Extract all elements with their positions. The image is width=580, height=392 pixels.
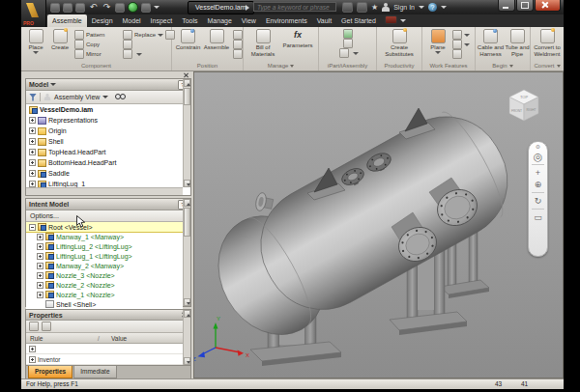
new-file-icon[interactable] xyxy=(50,3,60,13)
tree-item-tophead[interactable]: TopHead.HeadPart xyxy=(26,147,183,157)
expand-icon[interactable] xyxy=(29,356,36,363)
search-options-icon[interactable] xyxy=(342,2,353,13)
axis-button[interactable] xyxy=(450,30,470,40)
ucs-button[interactable] xyxy=(450,49,470,59)
assembly-view-selector[interactable]: Assembly View xyxy=(54,94,100,100)
scroll-up-icon[interactable] xyxy=(184,79,190,87)
group-label-begin[interactable]: Begin xyxy=(476,62,530,70)
group-label-productivity[interactable]: Productivity xyxy=(377,62,421,70)
close-button[interactable] xyxy=(535,0,561,12)
tab-tools[interactable]: Tools xyxy=(177,14,202,27)
create-button[interactable]: Create xyxy=(47,28,72,51)
return-icon[interactable] xyxy=(115,3,125,13)
expand-icon[interactable] xyxy=(29,138,36,145)
group-label-position[interactable]: Position xyxy=(172,62,243,70)
model-panel-header[interactable]: Model ? xyxy=(26,79,190,91)
tree-item-shell[interactable]: Shell xyxy=(26,136,183,147)
look-at-icon[interactable]: ▭ xyxy=(529,211,547,223)
scroll-down-icon[interactable] xyxy=(184,357,190,365)
tab-inspect[interactable]: Inspect xyxy=(146,14,178,27)
model-tree-hscrollbar[interactable] xyxy=(26,187,183,195)
column-rule[interactable]: Rule xyxy=(26,335,98,342)
tab-immediate[interactable]: Immediate xyxy=(73,366,116,378)
expand-icon[interactable] xyxy=(29,170,36,177)
sort-az-icon[interactable] xyxy=(42,322,51,331)
group-label-work-features[interactable]: Work Features xyxy=(422,62,475,70)
grid-snap-button[interactable] xyxy=(231,49,243,59)
tree-item-bottomhead[interactable]: BottomHead.HeadPart xyxy=(26,157,183,168)
cable-and-harness-button[interactable]: Cable and Harness xyxy=(477,28,505,57)
tree-item-root-vessel[interactable]: Root <Vessel> xyxy=(26,222,183,232)
tree-item-liftinglug2[interactable]: LiftingLug_2 <LiftingLug> xyxy=(26,241,183,251)
expand-icon[interactable] xyxy=(37,272,44,279)
free-move-button[interactable] xyxy=(231,30,243,40)
save-icon[interactable] xyxy=(75,3,85,13)
mirror-button[interactable]: Mirror xyxy=(72,49,121,59)
expand-icon[interactable] xyxy=(29,117,36,124)
tab-design[interactable]: Design xyxy=(87,14,118,27)
update-icon[interactable] xyxy=(128,2,138,13)
tube-and-pipe-button[interactable]: Tube and Pipe xyxy=(505,28,530,57)
expand-icon[interactable] xyxy=(29,127,36,134)
navigation-wheel-icon[interactable]: ◎ xyxy=(529,151,547,162)
pan-icon[interactable]: + xyxy=(529,167,547,179)
sign-in-button[interactable]: Sign In xyxy=(393,2,415,13)
tree-item-nozzle2[interactable]: Nozzle_2 <Nozzle> xyxy=(26,280,183,290)
minimize-button[interactable] xyxy=(498,0,515,12)
scroll-down-icon[interactable] xyxy=(184,180,190,187)
expand-icon[interactable] xyxy=(37,292,44,298)
navbar-settings-gear-icon[interactable]: ⚙ xyxy=(529,143,547,151)
assemble-button[interactable]: Assemble xyxy=(202,28,231,51)
group-label-component[interactable]: Component xyxy=(21,62,171,70)
open-file-icon[interactable] xyxy=(63,3,72,13)
intent-panel-header[interactable]: Intent Model ? xyxy=(26,199,190,210)
ribbon-options-dropdown-icon[interactable] xyxy=(400,19,406,22)
scroll-thumb[interactable] xyxy=(184,88,190,105)
expand-icon[interactable] xyxy=(29,149,36,155)
tools-icon[interactable] xyxy=(357,2,367,13)
tree-item-nozzle3[interactable]: Nozzle_3 <Nozzle> xyxy=(26,270,183,280)
expand-icon[interactable] xyxy=(37,243,44,250)
plane-button[interactable]: Plane xyxy=(425,28,450,54)
select-tool-icon[interactable] xyxy=(141,3,151,13)
parameters-button[interactable]: fx Parameters xyxy=(279,28,316,49)
ipart-author-button[interactable] xyxy=(341,29,355,39)
group-label-manage[interactable]: Manage xyxy=(244,62,318,70)
scroll-up-icon[interactable] xyxy=(184,310,190,318)
expand-icon[interactable] xyxy=(29,159,36,166)
tree-item-manway2[interactable]: Manway_2 <Manway> xyxy=(26,261,183,270)
point-button[interactable] xyxy=(450,40,470,49)
replace-button[interactable]: Replace xyxy=(121,30,167,40)
expand-icon[interactable] xyxy=(37,282,44,289)
expand-icon[interactable] xyxy=(37,234,44,240)
tab-properties[interactable]: Properties xyxy=(28,366,72,378)
tab-manage[interactable]: Manage xyxy=(203,14,237,27)
make-layout-button[interactable] xyxy=(121,49,167,59)
free-rotate-button[interactable] xyxy=(231,40,243,49)
options-link[interactable]: Options... xyxy=(26,210,190,222)
find-binoculars-icon[interactable] xyxy=(115,94,126,100)
bill-of-materials-button[interactable]: Bill of Materials xyxy=(246,28,279,57)
tree-item-representations[interactable]: Representations xyxy=(26,115,183,126)
properties-panel-header[interactable]: Properties xyxy=(26,310,190,321)
orbit-icon[interactable]: ↻ xyxy=(529,195,547,207)
viewport-3d[interactable]: TOP FRONT RIGHT Y X Z xyxy=(193,71,564,378)
tree-item-shell-intent[interactable]: Shell <Shell> xyxy=(26,299,183,309)
sign-in-dropdown-icon[interactable] xyxy=(419,6,424,9)
shrinkwrap-button[interactable] xyxy=(121,40,167,49)
edit-factory-scope-button[interactable] xyxy=(341,39,355,48)
scroll-up-icon[interactable] xyxy=(184,199,190,207)
document-tab[interactable]: VesselDemo.iam xyxy=(188,1,254,14)
qat-dropdown-icon[interactable] xyxy=(154,6,160,9)
favorites-star-icon[interactable]: ★ xyxy=(371,3,378,13)
tab-view[interactable]: View xyxy=(237,14,261,27)
place-button[interactable]: Place xyxy=(24,28,47,54)
expand-icon[interactable] xyxy=(29,346,36,352)
document-tab-arrow-icon[interactable] xyxy=(246,5,249,11)
inventor-logo[interactable]: PRO xyxy=(21,0,46,27)
tab-vault[interactable]: Vault xyxy=(312,14,336,27)
create-substitutes-button[interactable]: Create Substitutes xyxy=(380,28,419,57)
tree-item-vesseldemo[interactable]: VesselDemo.iam xyxy=(26,104,183,115)
tree-item-origin[interactable]: Origin xyxy=(26,126,183,136)
tree-item-saddle[interactable]: Saddle xyxy=(26,168,183,179)
